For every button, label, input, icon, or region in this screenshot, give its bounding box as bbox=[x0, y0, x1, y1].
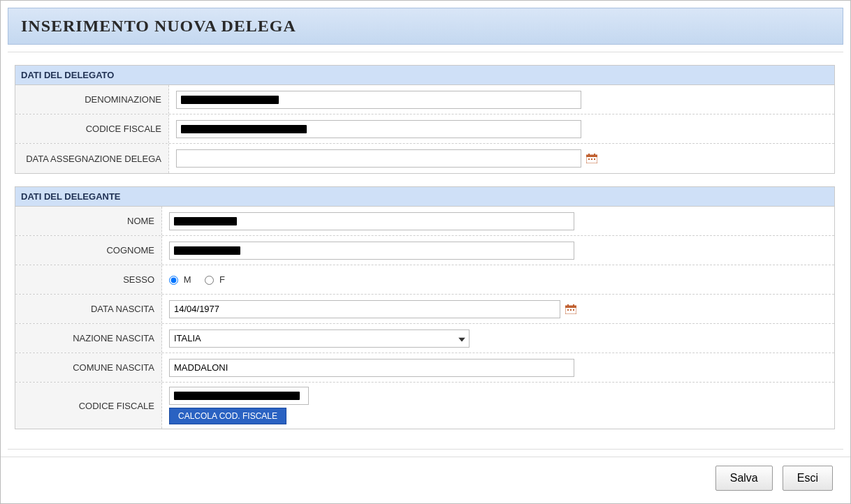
svg-rect-8 bbox=[565, 306, 576, 308]
label-cognome: COGNOME bbox=[15, 236, 162, 265]
row-nome: NOME bbox=[15, 207, 834, 236]
label-nazione-nascita: NAZIONE NASCITA bbox=[15, 324, 162, 353]
svg-rect-13 bbox=[573, 309, 574, 311]
redacted-text bbox=[174, 392, 300, 400]
label-codice-fiscale-delegante: CODICE FISCALE bbox=[15, 383, 162, 429]
codice-fiscale-delegato-input[interactable] bbox=[176, 120, 581, 138]
row-denominazione: DENOMINAZIONE bbox=[15, 85, 834, 114]
comune-nascita-input[interactable] bbox=[169, 359, 574, 377]
section-delegato: DATI DEL DELEGATO DENOMINAZIONE CODICE F… bbox=[15, 65, 835, 174]
svg-rect-9 bbox=[567, 304, 569, 306]
label-data-nascita: DATA NASCITA bbox=[15, 295, 162, 323]
svg-rect-2 bbox=[588, 154, 590, 156]
row-comune-nascita: COMUNE NASCITA bbox=[15, 353, 834, 383]
radio-f[interactable] bbox=[205, 276, 214, 285]
calcola-cf-button[interactable]: CALCOLA COD. FISCALE bbox=[169, 408, 286, 424]
section-header-delegante: DATI DEL DELEGANTE bbox=[15, 187, 834, 207]
calendar-icon[interactable] bbox=[565, 304, 577, 315]
row-nazione-nascita: NAZIONE NASCITA bbox=[15, 324, 834, 353]
svg-rect-4 bbox=[588, 158, 590, 160]
row-codice-fiscale-delegante: CODICE FISCALE CALCOLA COD. FISCALE bbox=[15, 383, 834, 429]
svg-rect-10 bbox=[573, 304, 574, 306]
row-codice-fiscale-delegato: CODICE FISCALE bbox=[15, 114, 834, 144]
section-delegante: DATI DEL DELEGANTE NOME COGNOME bbox=[15, 186, 835, 429]
redacted-text bbox=[181, 125, 307, 133]
denominazione-input[interactable] bbox=[176, 91, 581, 109]
label-sesso: SESSO bbox=[15, 265, 162, 294]
label-codice-fiscale-delegato: CODICE FISCALE bbox=[15, 114, 169, 143]
svg-rect-1 bbox=[586, 155, 597, 157]
nazione-nascita-select[interactable] bbox=[169, 329, 470, 348]
redacted-text bbox=[174, 217, 237, 225]
row-sesso: SESSO M F bbox=[15, 265, 834, 295]
label-denominazione: DENOMINAZIONE bbox=[15, 85, 169, 114]
row-data-nascita: DATA NASCITA bbox=[15, 295, 834, 324]
cognome-input[interactable] bbox=[169, 242, 574, 260]
svg-rect-5 bbox=[591, 158, 592, 160]
data-assegnazione-input[interactable] bbox=[176, 149, 581, 168]
codice-fiscale-delegante-input[interactable] bbox=[169, 387, 309, 405]
svg-rect-6 bbox=[594, 158, 595, 160]
label-nome: NOME bbox=[15, 207, 162, 235]
calendar-icon[interactable] bbox=[585, 153, 598, 164]
scroll-area[interactable]: DATI DEL DELEGATO DENOMINAZIONE CODICE F… bbox=[8, 52, 843, 450]
radio-f-label[interactable]: F bbox=[205, 274, 225, 285]
svg-rect-12 bbox=[570, 309, 572, 311]
radio-f-text: F bbox=[219, 274, 225, 285]
nazione-nascita-value[interactable] bbox=[169, 329, 470, 348]
save-button[interactable]: Salva bbox=[715, 466, 773, 491]
dialog-window: INSERIMENTO NUOVA DELEGA DATI DEL DELEGA… bbox=[0, 0, 851, 504]
row-cognome: COGNOME bbox=[15, 236, 834, 265]
label-data-assegnazione: DATA ASSEGNAZIONE DELEGA bbox=[15, 144, 169, 173]
radio-m-text: M bbox=[184, 274, 191, 285]
section-header-delegato: DATI DEL DELEGATO bbox=[15, 66, 834, 85]
row-data-assegnazione: DATA ASSEGNAZIONE DELEGA bbox=[15, 144, 834, 173]
nome-input[interactable] bbox=[169, 212, 574, 230]
svg-rect-3 bbox=[594, 154, 595, 156]
radio-m-label[interactable]: M bbox=[169, 274, 191, 285]
radio-m[interactable] bbox=[169, 276, 178, 285]
svg-rect-11 bbox=[567, 309, 569, 311]
dialog-title: INSERIMENTO NUOVA DELEGA bbox=[8, 8, 843, 45]
label-comune-nascita: COMUNE NASCITA bbox=[15, 353, 162, 382]
redacted-text bbox=[181, 96, 279, 104]
redacted-text bbox=[174, 246, 240, 255]
data-nascita-input[interactable] bbox=[169, 300, 560, 318]
exit-button[interactable]: Esci bbox=[783, 466, 833, 491]
dialog-footer: Salva Esci bbox=[1, 457, 850, 503]
